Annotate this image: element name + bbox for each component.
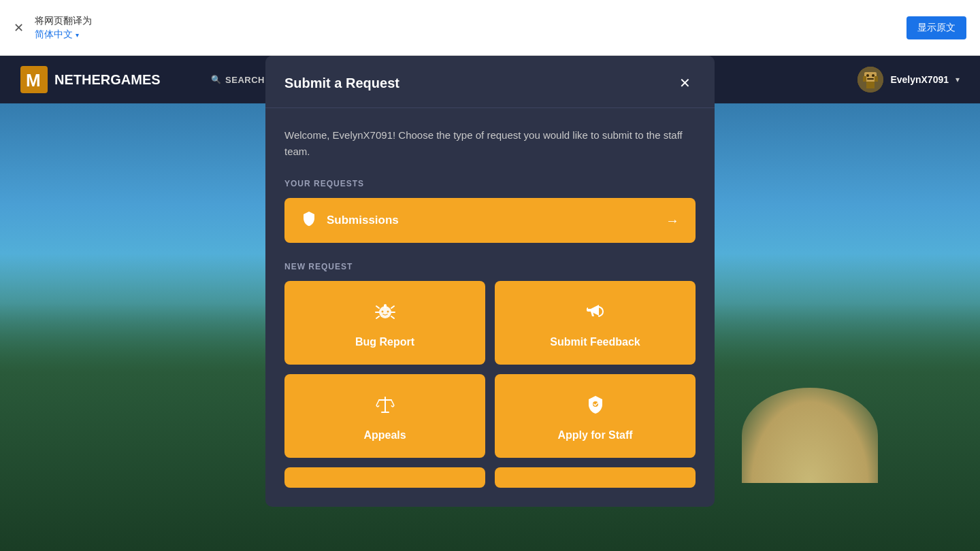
submit-request-modal: Submit a Request ✕ Welcome, EvelynX7091!… bbox=[265, 56, 715, 507]
modal-header: Submit a Request ✕ bbox=[265, 56, 715, 108]
svg-line-22 bbox=[376, 400, 379, 405]
show-original-button[interactable]: 显示原文 bbox=[906, 16, 966, 39]
nav-search[interactable]: 🔍 SEARCH bbox=[201, 69, 274, 90]
scales-icon bbox=[374, 393, 397, 421]
close-translate-icon[interactable]: ✕ bbox=[14, 20, 24, 35]
nethergames-logo-icon: M bbox=[20, 66, 48, 93]
svg-line-17 bbox=[391, 316, 394, 318]
submissions-left: Submissions bbox=[301, 210, 399, 231]
translate-prompt: 将网页翻译为 bbox=[35, 15, 92, 26]
megaphone-icon bbox=[584, 300, 607, 328]
extra-card-2[interactable] bbox=[495, 467, 696, 488]
search-icon: 🔍 bbox=[211, 75, 222, 84]
close-icon: ✕ bbox=[679, 75, 691, 91]
modal-body: Welcome, EvelynX7091! Choose the type of… bbox=[265, 108, 715, 507]
appeals-label: Appeals bbox=[363, 429, 406, 441]
navbar-logo[interactable]: M NETHERGAMES bbox=[20, 66, 161, 93]
svg-rect-11 bbox=[384, 304, 387, 308]
language-chevron-icon: ▾ bbox=[76, 31, 79, 39]
request-grid: Bug Report Submit Feedback bbox=[284, 281, 696, 458]
new-request-section: NEW REQUEST bbox=[284, 262, 696, 488]
username-label: EvelynX7091 bbox=[890, 74, 949, 85]
submit-feedback-button[interactable]: Submit Feedback bbox=[495, 281, 696, 365]
appeals-button[interactable]: Appeals bbox=[284, 374, 485, 458]
staff-shield-icon bbox=[584, 393, 607, 421]
new-request-label: NEW REQUEST bbox=[284, 262, 696, 271]
bug-icon bbox=[374, 300, 397, 328]
svg-line-12 bbox=[376, 306, 379, 308]
avatar-image bbox=[858, 67, 883, 93]
apply-for-staff-button[interactable]: Apply for Staff bbox=[495, 374, 696, 458]
svg-point-19 bbox=[387, 311, 389, 313]
apply-for-staff-label: Apply for Staff bbox=[557, 429, 632, 441]
avatar bbox=[858, 67, 883, 93]
svg-point-8 bbox=[872, 74, 875, 77]
modal-title: Submit a Request bbox=[284, 76, 399, 91]
svg-line-16 bbox=[376, 316, 379, 318]
submit-feedback-label: Submit Feedback bbox=[550, 336, 640, 348]
svg-text:M: M bbox=[26, 70, 41, 90]
svg-point-18 bbox=[381, 311, 383, 313]
navbar-brand-text: NETHERGAMES bbox=[54, 72, 161, 88]
submissions-button[interactable]: Submissions → bbox=[284, 198, 696, 243]
extra-card-1[interactable] bbox=[284, 467, 485, 488]
translate-text: 将网页翻译为 简体中文 ▾ bbox=[35, 14, 92, 41]
your-requests-label: YOUR REQUESTS bbox=[284, 179, 696, 188]
modal-close-button[interactable]: ✕ bbox=[674, 72, 696, 94]
svg-rect-6 bbox=[875, 76, 878, 82]
modal-welcome-text: Welcome, EvelynX7091! Choose the type of… bbox=[284, 127, 696, 160]
request-grid-bottom bbox=[284, 467, 696, 488]
user-menu[interactable]: EvelynX7091 ▾ bbox=[858, 67, 960, 93]
translate-bar: ✕ 将网页翻译为 简体中文 ▾ 显示原文 bbox=[0, 0, 980, 56]
svg-rect-9 bbox=[867, 78, 874, 80]
shield-check-icon bbox=[301, 210, 317, 231]
submissions-label: Submissions bbox=[327, 214, 399, 227]
bug-report-button[interactable]: Bug Report bbox=[284, 281, 485, 365]
arrow-right-icon: → bbox=[666, 213, 679, 229]
svg-line-13 bbox=[391, 306, 394, 308]
user-chevron-icon: ▾ bbox=[956, 75, 960, 84]
svg-line-23 bbox=[391, 400, 394, 405]
translate-language[interactable]: 简体中文 bbox=[35, 29, 73, 39]
svg-rect-5 bbox=[863, 76, 866, 82]
svg-rect-4 bbox=[866, 82, 875, 88]
bug-report-label: Bug Report bbox=[355, 336, 414, 348]
svg-point-7 bbox=[866, 74, 869, 77]
